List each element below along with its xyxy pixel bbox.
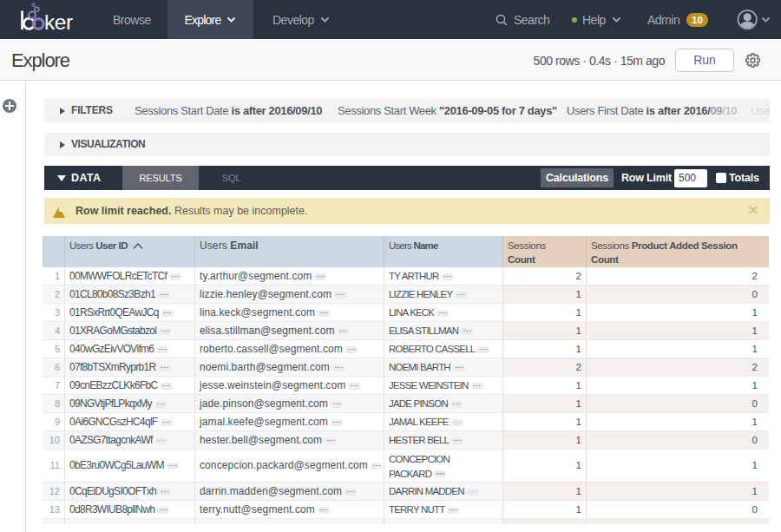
svg-text:ker: ker [44, 10, 73, 34]
